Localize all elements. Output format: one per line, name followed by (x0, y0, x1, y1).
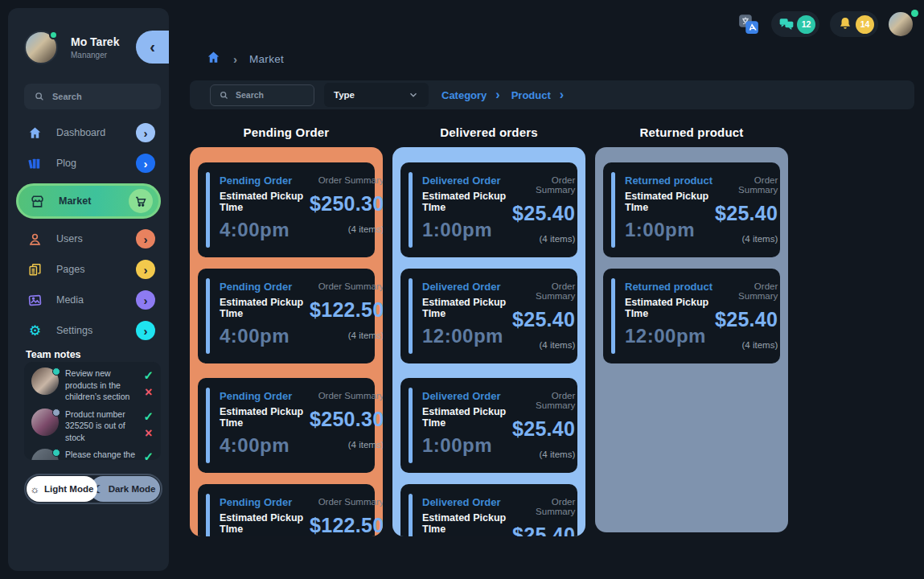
order-items-count: (4 items) (540, 234, 576, 244)
card-right: Order Summary $25.40 (4 items) (512, 281, 575, 354)
column-body: Pending Order Estimated Pickup TIme 4:00… (190, 147, 383, 536)
chevron-right-icon[interactable]: › (136, 154, 155, 173)
chevron-right-icon: › (233, 52, 237, 66)
check-icon[interactable]: ✓ (143, 410, 154, 422)
pickup-time-value: 1:00pm (625, 219, 715, 241)
team-note: Review new products in the children’s se… (31, 368, 154, 403)
card-title: Returned product (625, 175, 715, 187)
order-card[interactable]: Delivered Order Estimated Pickup TIme 1:… (400, 378, 577, 473)
pickup-time-value: 4:00pm (220, 434, 310, 457)
online-status-dot (911, 10, 918, 17)
card-left: Pending Order Estimated Pickup TIme (220, 496, 310, 536)
avatar (24, 31, 58, 64)
card-accent-bar (409, 278, 413, 354)
messages-icon[interactable] (778, 16, 795, 32)
bell-icon[interactable] (837, 16, 853, 32)
column-title: Returned product (595, 117, 788, 147)
order-items-count: (4 items) (540, 340, 576, 350)
card-title: Delivered Order (422, 175, 512, 187)
header-avatar[interactable] (889, 12, 913, 36)
sidebar-item-settings[interactable]: ⚙ Settings › (16, 315, 161, 346)
sidebar-item-pages[interactable]: Pages › (16, 254, 161, 285)
team-note-text: Review new products in the children’s se… (65, 368, 137, 403)
books-icon (27, 156, 43, 171)
order-items-count: (4 items) (348, 331, 383, 340)
order-card[interactable]: Pending Order Estimated Pickup TIme 4:00… (198, 378, 375, 473)
dark-mode-label: Dark Mode (109, 484, 156, 494)
dark-mode-button[interactable]: ☾ Dark Mode (90, 476, 161, 502)
sidebar-item-label: Plog (56, 158, 76, 169)
order-card[interactable]: Pending Order Estimated Pickup TIme Orde… (198, 484, 375, 536)
check-icon[interactable]: ✓ (143, 369, 154, 381)
sidebar-search-input[interactable] (52, 92, 151, 101)
cart-icon[interactable] (129, 189, 153, 213)
chevron-right-icon[interactable]: › (136, 229, 155, 248)
sidebar-item-dashboard[interactable]: Dashboard › (16, 117, 161, 148)
card-accent-bar (409, 494, 413, 536)
product-link[interactable]: Product › (511, 88, 564, 102)
sidebar-search[interactable] (24, 84, 161, 109)
pickup-time-label: Estimated Pickup TIme (422, 512, 512, 535)
pickup-time-label: Estimated Pickup TIme (625, 191, 715, 213)
category-link[interactable]: Category › (441, 88, 500, 102)
order-price: $25.40 (715, 308, 778, 331)
order-card[interactable]: Delivered Order Estimated Pickup TIme 12… (400, 269, 577, 363)
order-card[interactable]: Returned product Estimated Pickup TIme 1… (603, 269, 780, 363)
note-actions: ✓ × (143, 449, 154, 460)
pickup-time-label: Estimated Pickup TIme (220, 191, 310, 213)
home-icon[interactable] (206, 50, 221, 68)
type-select[interactable]: Type (324, 83, 429, 107)
sidebar-item-label: Market (59, 195, 91, 207)
card-title: Delivered Order (422, 496, 512, 508)
sidebar-item-label: Settings (56, 325, 92, 336)
user-name: Mo Tarek (71, 35, 119, 48)
order-price: $250.30 (310, 192, 383, 216)
order-card[interactable]: Delivered Order Estimated Pickup TIme 1:… (400, 162, 577, 257)
card-right: Order Summary $25.40 (4 items) (715, 175, 778, 248)
sidebar-item-label: Dashboard (56, 127, 105, 138)
sidebar-collapse-button[interactable]: ‹ (136, 31, 169, 64)
sidebar-item-users[interactable]: Users › (16, 224, 161, 254)
translate-icon[interactable] (737, 12, 761, 36)
card-right: Order Summary $250.30 (4 items) (310, 390, 383, 463)
order-card[interactable]: Pending Order Estimated Pickup TIme 4:00… (198, 269, 375, 363)
x-icon[interactable]: × (145, 427, 152, 440)
team-note: Product number 325250 is out of stock ✓ … (31, 409, 154, 444)
card-right: Order Summary $122.50 (310, 496, 383, 536)
chevron-right-icon[interactable]: › (136, 260, 155, 279)
type-select-value: Type (334, 90, 355, 100)
order-card[interactable]: Delivered Order Estimated Pickup TIme Or… (400, 484, 577, 536)
card-left: Pending Order Estimated Pickup TIme 4:00… (220, 175, 310, 248)
sidebar-item-market[interactable]: Market (16, 183, 161, 219)
notifications-badge[interactable]: 14 (856, 15, 874, 34)
card-left: Delivered Order Estimated Pickup TIme 1:… (422, 175, 512, 248)
column-body: Delivered Order Estimated Pickup TIme 1:… (392, 147, 585, 536)
check-icon[interactable]: ✓ (143, 450, 154, 460)
sidebar-item-media[interactable]: Media › (16, 285, 161, 315)
search-icon (219, 90, 229, 101)
team-notes-title: Team notes (26, 349, 81, 360)
light-mode-button[interactable]: ☼ Light Mode (27, 476, 97, 502)
x-icon[interactable]: × (145, 386, 152, 399)
card-right: Order Summary $25.40 (4 items) (512, 175, 575, 248)
order-card[interactable]: Pending Order Estimated Pickup TIme 4:00… (198, 162, 375, 257)
card-accent-bar (206, 172, 210, 248)
sidebar-item-plog[interactable]: Plog › (16, 148, 161, 179)
status-dot (52, 409, 60, 417)
sun-icon: ☼ (30, 484, 39, 495)
filter-search-input[interactable] (236, 90, 306, 100)
order-summary-label: Order Summary (715, 281, 778, 301)
sidebar-item-label: Pages (56, 264, 84, 275)
breadcrumb-page[interactable]: Market (249, 53, 284, 65)
avatar (31, 449, 59, 460)
messages-badge[interactable]: 12 (797, 15, 815, 34)
chevron-right-icon[interactable]: › (136, 290, 155, 310)
pickup-time-value: 4:00pm (220, 325, 310, 347)
chevron-right-icon[interactable]: › (136, 321, 155, 340)
card-accent-bar (409, 172, 413, 248)
filter-search[interactable] (210, 84, 314, 106)
order-summary-label: Order Summary (512, 175, 575, 195)
chevron-right-icon[interactable]: › (136, 123, 155, 142)
card-left: Returned product Estimated Pickup TIme 1… (625, 281, 715, 354)
order-card[interactable]: Returned product Estimated Pickup TIme 1… (603, 162, 780, 257)
